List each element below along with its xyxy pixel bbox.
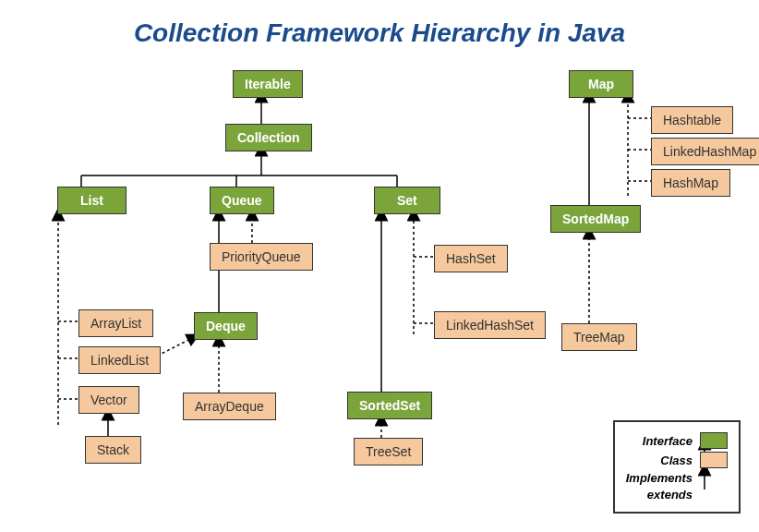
node-linkedlist: LinkedList bbox=[78, 346, 161, 374]
node-linkedhashmap: LinkedHashMap bbox=[651, 138, 759, 165]
node-iterable: Iterable bbox=[233, 70, 303, 98]
node-arraydeque: ArrayDeque bbox=[183, 393, 276, 420]
node-sortedmap: SortedMap bbox=[550, 205, 641, 233]
node-arraylist: ArrayList bbox=[78, 309, 153, 337]
node-treemap: TreeMap bbox=[561, 323, 637, 351]
node-vector: Vector bbox=[78, 386, 139, 414]
legend-interface-swatch bbox=[700, 432, 728, 449]
legend-implements-label: Implements bbox=[626, 471, 693, 485]
legend-interface-label: Interface bbox=[643, 434, 693, 448]
node-queue: Queue bbox=[210, 187, 274, 214]
node-map: Map bbox=[569, 70, 633, 98]
node-deque: Deque bbox=[194, 312, 258, 340]
node-treeset: TreeSet bbox=[354, 438, 423, 466]
node-set: Set bbox=[374, 187, 440, 214]
node-hashmap: HashMap bbox=[651, 169, 730, 197]
node-hashtable: Hashtable bbox=[651, 106, 733, 134]
node-sortedset: SortedSet bbox=[347, 392, 432, 419]
legend-class-swatch bbox=[700, 452, 728, 468]
legend-extends-label: extends bbox=[647, 488, 693, 502]
node-hashset: HashSet bbox=[434, 245, 508, 272]
legend-class-label: Class bbox=[660, 453, 693, 467]
diagram-title: Collection Framework Hierarchy in Java bbox=[0, 0, 759, 48]
node-collection: Collection bbox=[225, 124, 312, 151]
node-linkedhashset: LinkedHashSet bbox=[434, 311, 546, 339]
legend: Interface Class Implements extends bbox=[613, 420, 741, 514]
node-stack: Stack bbox=[85, 436, 141, 464]
node-list: List bbox=[57, 187, 126, 214]
node-priorityqueue: PriorityQueue bbox=[210, 243, 313, 271]
